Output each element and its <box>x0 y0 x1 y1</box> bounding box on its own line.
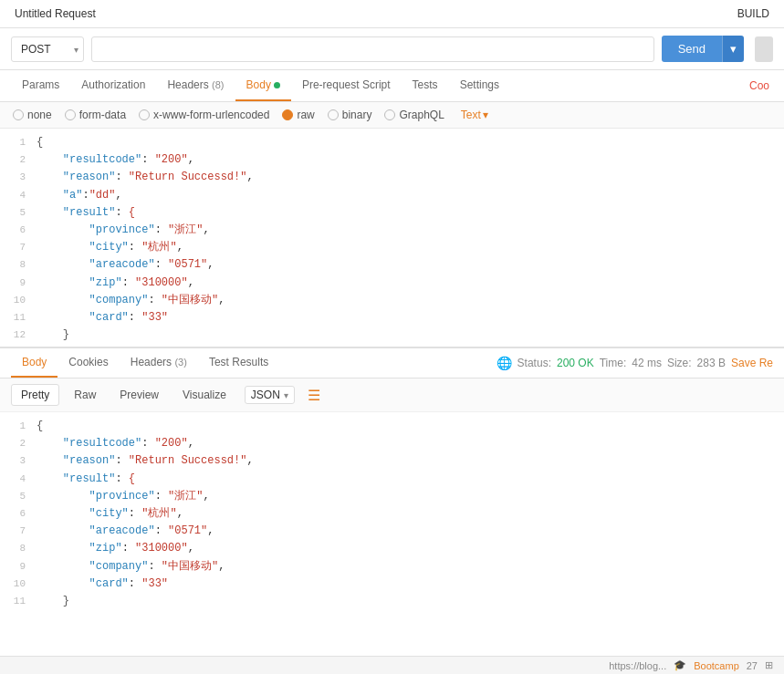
code-line: 9 "zip": "310000", <box>0 275 784 292</box>
radio-formdata[interactable]: form-data <box>65 109 126 121</box>
tab-settings[interactable]: Settings <box>449 70 510 101</box>
radio-binary[interactable]: binary <box>328 109 372 121</box>
tab-tests[interactable]: Tests <box>402 70 449 101</box>
time-label: Time: <box>600 357 627 369</box>
line-content: "city": "杭州", <box>37 505 183 523</box>
size-label: Size: <box>667 357 692 369</box>
radio-circle-formdata <box>65 109 76 120</box>
tab-headers[interactable]: Headers (8) <box>156 70 235 101</box>
url-bar: POST GET PUT DELETE http:// :9999/postJs… <box>0 28 784 70</box>
tab-params[interactable]: Params <box>11 70 70 101</box>
method-select-wrap[interactable]: POST GET PUT DELETE <box>11 36 84 62</box>
fmt-pretty[interactable]: Pretty <box>11 384 59 406</box>
request-title: Untitled Request <box>15 7 96 20</box>
code-line: 7 "city": "杭州", <box>0 239 784 256</box>
radio-none[interactable]: none <box>13 109 52 121</box>
grid-icon: ⊞ <box>765 659 773 671</box>
method-select[interactable]: POST GET PUT DELETE <box>11 36 84 62</box>
code-line: 11 "card": "33" <box>0 309 784 327</box>
radio-urlencoded-label: x-www-form-urlencoded <box>153 109 269 121</box>
radio-circle-none <box>13 109 24 120</box>
line-number: 4 <box>0 471 37 488</box>
send-button[interactable]: Send <box>662 36 722 62</box>
line-content: "company": "中国移动", <box>37 558 225 575</box>
line-number: 8 <box>0 540 37 557</box>
line-number: 5 <box>0 488 37 505</box>
response-tab-cookies[interactable]: Cookies <box>57 348 119 378</box>
response-code: 1{2 "resultcode": "200",3 "reason": "Ret… <box>0 412 784 613</box>
line-content: "resultcode": "200", <box>37 435 194 452</box>
url-input[interactable]: http:// :9999/postJson <box>91 36 654 62</box>
line-number: 9 <box>0 275 37 292</box>
line-number: 11 <box>0 593 37 610</box>
request-editor[interactable]: 1{2 "resultcode": "200",3 "reason": "Ret… <box>0 129 784 347</box>
build-label: BUILD <box>737 7 769 20</box>
line-content: "city": "杭州", <box>37 239 183 256</box>
save-response-button[interactable]: Save Re <box>731 357 773 369</box>
line-content: } <box>37 593 69 610</box>
tab-prerequest[interactable]: Pre-request Script <box>291 70 402 101</box>
line-number: 7 <box>0 523 37 540</box>
line-content: "reason": "Return Successd!", <box>37 169 254 186</box>
bootcamp-icon: 🎓 <box>674 659 686 671</box>
send-arrow-button[interactable]: ▾ <box>722 36 744 62</box>
code-line: 7 "areacode": "0571", <box>0 523 784 540</box>
sort-icon[interactable]: ☰ <box>308 387 320 404</box>
fmt-preview[interactable]: Preview <box>110 385 168 405</box>
code-line: 5 "province": "浙江", <box>0 488 784 505</box>
code-line: 1{ <box>0 418 784 435</box>
radio-raw[interactable]: raw <box>282 109 314 121</box>
radio-circle-graphql <box>384 109 395 120</box>
title-bar: Untitled Request BUILD <box>0 0 784 28</box>
status-label: Status: <box>517 357 551 369</box>
send-btn-wrap: Send ▾ <box>662 36 744 62</box>
response-meta: 🌐 Status: 200 OK Time: 42 ms Size: 283 B… <box>497 356 773 370</box>
line-number: 3 <box>0 169 37 186</box>
radio-graphql[interactable]: GraphQL <box>384 109 444 121</box>
json-select-wrap[interactable]: JSON ▾ <box>245 386 295 404</box>
line-number: 1 <box>0 418 37 435</box>
code-line: 4 "result": { <box>0 471 784 488</box>
tab-body[interactable]: Body <box>235 70 291 101</box>
line-number: 1 <box>0 134 37 151</box>
radio-circle-urlencoded <box>139 109 150 120</box>
status-value: 200 OK <box>557 357 594 369</box>
text-dropdown-arrow: ▾ <box>483 109 488 121</box>
size-value: 283 B <box>697 357 726 369</box>
tab-authorization[interactable]: Authorization <box>70 70 156 101</box>
fmt-raw[interactable]: Raw <box>65 385 105 405</box>
response-tab-body[interactable]: Body <box>11 348 57 378</box>
line-content: { <box>37 418 43 435</box>
status-bar: https://blog... 🎓 Bootcamp 27 ⊞ <box>0 656 784 674</box>
line-content: "resultcode": "200", <box>37 151 194 169</box>
line-number: 11 <box>0 309 37 327</box>
line-content: "zip": "310000", <box>37 540 194 557</box>
code-line: 10 "company": "中国移动", <box>0 292 784 309</box>
line-number: 5 <box>0 204 37 222</box>
json-format-label: JSON <box>251 389 280 401</box>
code-line: 3 "reason": "Return Successd!", <box>0 169 784 186</box>
radio-circle-binary <box>328 109 339 120</box>
line-number: 4 <box>0 187 37 204</box>
line-content: "result": { <box>37 471 135 488</box>
status-url: https://blog... <box>609 660 666 671</box>
bootcamp-version: 27 <box>747 660 758 671</box>
line-content: "province": "浙江", <box>37 488 210 505</box>
radio-none-label: none <box>27 109 52 121</box>
code-line: 3 "reason": "Return Successd!", <box>0 452 784 470</box>
code-line: 6 "province": "浙江", <box>0 222 784 239</box>
line-number: 10 <box>0 575 37 593</box>
tab-cookies-right[interactable]: Coo <box>746 71 773 100</box>
fmt-visualize[interactable]: Visualize <box>173 385 235 405</box>
text-dropdown-label: Text <box>461 109 481 121</box>
body-type-bar: none form-data x-www-form-urlencoded raw… <box>0 102 784 129</box>
response-body[interactable]: 1{2 "resultcode": "200",3 "reason": "Ret… <box>0 412 784 613</box>
text-dropdown[interactable]: Text ▾ <box>461 109 488 121</box>
bootcamp-link[interactable]: Bootcamp <box>694 660 739 671</box>
extra-btn[interactable] <box>755 36 773 62</box>
response-tab-headers[interactable]: Headers (3) <box>120 348 198 378</box>
line-content: "zip": "310000", <box>37 275 194 292</box>
response-tab-testresults[interactable]: Test Results <box>198 348 279 378</box>
radio-urlencoded[interactable]: x-www-form-urlencoded <box>139 109 269 121</box>
response-headers-badge: (3) <box>174 357 186 368</box>
